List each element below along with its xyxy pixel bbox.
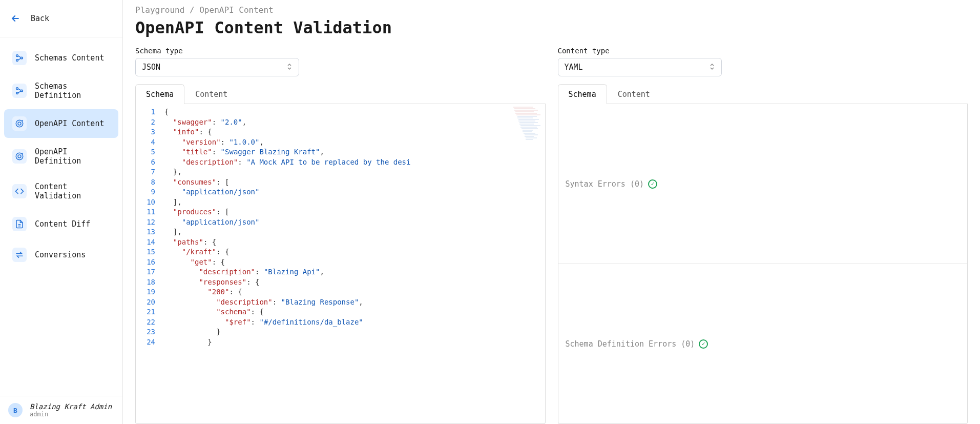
user-name: Blazing Kraft Admin bbox=[30, 402, 112, 411]
schema-type-label: Schema type bbox=[135, 47, 546, 55]
sidebar-item-label: Schemas Definition bbox=[35, 82, 110, 100]
back-label: Back bbox=[31, 14, 49, 23]
target-icon bbox=[12, 149, 27, 164]
tab-content[interactable]: Content bbox=[184, 84, 238, 104]
content-tabs: Schema Content bbox=[558, 84, 968, 104]
user-role: admin bbox=[30, 411, 112, 418]
arrow-left-icon bbox=[8, 11, 23, 26]
svg-point-7 bbox=[18, 122, 21, 125]
sidebar-item-label: Schemas Content bbox=[35, 53, 104, 63]
nodes-icon bbox=[12, 84, 27, 98]
sidebar-item-label: Content Validation bbox=[35, 182, 110, 200]
breadcrumb: Playground / OpenAPI Content bbox=[135, 5, 968, 15]
sidebar-footer[interactable]: B Blazing Kraft Admin admin bbox=[0, 396, 122, 424]
nodes-icon bbox=[12, 51, 27, 65]
svg-point-3 bbox=[16, 88, 18, 90]
content-column: Content type YAML Schema Content Syntax … bbox=[558, 47, 968, 424]
columns: Schema type JSON Schema Content 12345678… bbox=[135, 47, 968, 424]
sidebar-item-openapi-definition[interactable]: OpenAPI Definition bbox=[4, 140, 118, 173]
chevron-updown-icon bbox=[709, 63, 715, 72]
schema-type-select[interactable]: JSON bbox=[135, 58, 299, 76]
sidebar-item-conversions[interactable]: Conversions bbox=[4, 240, 118, 269]
syntax-errors-row: Syntax Errors (0) ✓ bbox=[558, 104, 968, 264]
content-type-select[interactable]: YAML bbox=[558, 58, 722, 76]
validation-panel: Syntax Errors (0) ✓ Schema Definition Er… bbox=[558, 104, 968, 424]
code-area[interactable]: { "swagger": "2.0", "info": { "version":… bbox=[160, 104, 545, 423]
svg-point-4 bbox=[16, 92, 18, 94]
schema-editor[interactable]: 123456789101112131415161718192021222324 … bbox=[135, 104, 546, 424]
page-title: OpenAPI Content Validation bbox=[135, 18, 968, 37]
sidebar-item-openapi-content[interactable]: OpenAPI Content bbox=[4, 109, 118, 138]
target-icon bbox=[12, 116, 27, 131]
chevron-updown-icon bbox=[286, 63, 293, 72]
syntax-errors-label: Syntax Errors (0) bbox=[566, 179, 644, 189]
sidebar-item-schemas-definition[interactable]: Schemas Definition bbox=[4, 74, 118, 107]
schema-def-errors-row: Schema Definition Errors (0) ✓ bbox=[558, 264, 968, 423]
schema-def-errors-label: Schema Definition Errors (0) bbox=[566, 339, 695, 349]
sidebar-item-label: OpenAPI Content bbox=[35, 119, 104, 128]
schema-column: Schema type JSON Schema Content 12345678… bbox=[135, 47, 546, 424]
line-gutter: 123456789101112131415161718192021222324 bbox=[136, 104, 160, 423]
back-button[interactable]: Back bbox=[0, 4, 122, 33]
sidebar-nav: Schemas ContentSchemas DefinitionOpenAPI… bbox=[0, 37, 122, 396]
svg-point-9 bbox=[18, 155, 21, 158]
schema-type-value: JSON bbox=[142, 63, 160, 72]
sidebar-item-schemas-content[interactable]: Schemas Content bbox=[4, 44, 118, 72]
tab-schema[interactable]: Schema bbox=[135, 84, 184, 104]
check-circle-icon: ✓ bbox=[699, 339, 708, 349]
sidebar-item-label: Content Diff bbox=[35, 219, 90, 229]
sidebar-item-content-validation[interactable]: Content Validation bbox=[4, 175, 118, 208]
tab-schema-right[interactable]: Schema bbox=[558, 84, 607, 104]
svg-point-1 bbox=[16, 59, 18, 62]
check-circle-icon: ✓ bbox=[648, 179, 657, 189]
sidebar-item-label: OpenAPI Definition bbox=[35, 147, 110, 166]
svg-point-0 bbox=[16, 55, 18, 57]
main-content: Playground / OpenAPI Content OpenAPI Con… bbox=[123, 0, 980, 424]
schema-tabs: Schema Content bbox=[135, 84, 546, 104]
sidebar-top: Back bbox=[0, 0, 122, 37]
content-type-label: Content type bbox=[558, 47, 968, 55]
code-icon bbox=[12, 184, 27, 198]
avatar: B bbox=[8, 403, 23, 417]
sidebar: Back Schemas ContentSchemas DefinitionOp… bbox=[0, 0, 123, 424]
sidebar-item-content-diff[interactable]: Content Diff bbox=[4, 210, 118, 238]
content-type-value: YAML bbox=[565, 63, 583, 72]
swap-icon bbox=[12, 248, 27, 262]
sidebar-item-label: Conversions bbox=[35, 250, 86, 259]
tab-content-right[interactable]: Content bbox=[607, 84, 661, 104]
file-icon bbox=[12, 217, 27, 231]
